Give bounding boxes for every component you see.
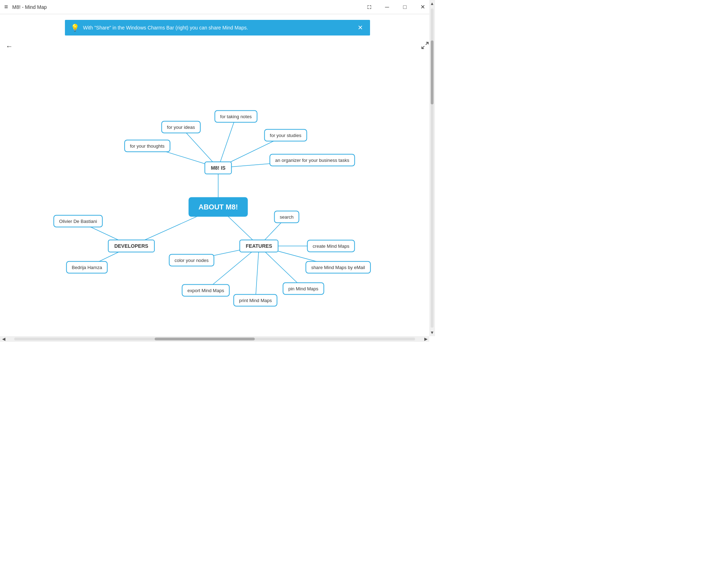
- scroll-up-button[interactable]: ▲: [429, 0, 435, 7]
- node-create-mind-maps[interactable]: create Mind Maps: [307, 240, 355, 252]
- mindmap-container: ABOUT M8! M8! IS for your ideas for taki…: [0, 54, 435, 342]
- svg-line-17: [255, 246, 259, 300]
- expand-button[interactable]: [421, 41, 429, 51]
- minimize-button[interactable]: ─: [379, 1, 395, 13]
- node-for-your-thoughts[interactable]: for your thoughts: [124, 140, 170, 152]
- top-controls: ←: [0, 38, 435, 54]
- back-button[interactable]: ←: [6, 42, 13, 50]
- svg-line-1: [422, 46, 424, 49]
- svg-line-6: [218, 116, 236, 168]
- node-for-taking-notes[interactable]: for taking notes: [215, 110, 258, 123]
- notification-close-button[interactable]: ✕: [356, 23, 364, 32]
- hamburger-button[interactable]: ≡: [4, 3, 8, 11]
- node-bedrija[interactable]: Bedrija Hamza: [66, 261, 107, 274]
- node-developers[interactable]: DEVELOPERS: [108, 240, 155, 252]
- node-for-your-ideas[interactable]: for your ideas: [161, 121, 201, 133]
- window-title: M8! - Mind Map: [12, 4, 361, 10]
- scroll-left-button[interactable]: ◀: [0, 337, 7, 341]
- horizontal-scrollbar[interactable]: ◀ ▶: [0, 336, 429, 342]
- notification-text: With "Share" in the Windows Charms Bar (…: [83, 25, 352, 31]
- node-about-m8[interactable]: ABOUT M8!: [188, 197, 248, 217]
- node-olivier[interactable]: Olivier De Bastiani: [54, 215, 103, 228]
- vertical-scrollbar[interactable]: ▲ ▼: [429, 0, 435, 336]
- title-bar: ≡ M8! - Mind Map ─ □ ✕: [0, 0, 435, 14]
- window-controls: ─ □ ✕: [361, 1, 431, 13]
- right-scrollbar-track: [431, 9, 434, 328]
- close-button[interactable]: ✕: [414, 1, 431, 13]
- notification-icon: 💡: [71, 23, 79, 32]
- node-pin-mind-maps[interactable]: pin Mind Maps: [283, 283, 324, 295]
- node-features[interactable]: FEATURES: [239, 240, 278, 252]
- scroll-right-button[interactable]: ▶: [422, 337, 429, 341]
- node-for-your-studies[interactable]: for your studies: [264, 129, 307, 142]
- notification-banner: 💡 With "Share" in the Windows Charms Bar…: [65, 20, 370, 35]
- node-export-mind-maps[interactable]: export Mind Maps: [182, 284, 230, 297]
- node-color-your-nodes[interactable]: color your nodes: [169, 254, 214, 267]
- svg-line-18: [206, 246, 259, 290]
- scrollbar-thumb[interactable]: [155, 338, 255, 340]
- node-an-organizer[interactable]: an organizer for your business tasks: [270, 154, 355, 166]
- node-print-mind-maps[interactable]: print Mind Maps: [233, 294, 277, 307]
- node-m8is[interactable]: M8! IS: [204, 162, 232, 174]
- scrollbar-track: [14, 338, 415, 340]
- node-share-mind-maps[interactable]: share Mind Maps by eMail: [305, 261, 371, 274]
- node-search[interactable]: search: [274, 211, 299, 223]
- scroll-down-button[interactable]: ▼: [429, 329, 435, 336]
- maximize-button[interactable]: □: [397, 1, 413, 13]
- resize-button[interactable]: [361, 1, 377, 13]
- right-scrollbar-thumb[interactable]: [431, 40, 434, 104]
- svg-line-0: [426, 42, 428, 45]
